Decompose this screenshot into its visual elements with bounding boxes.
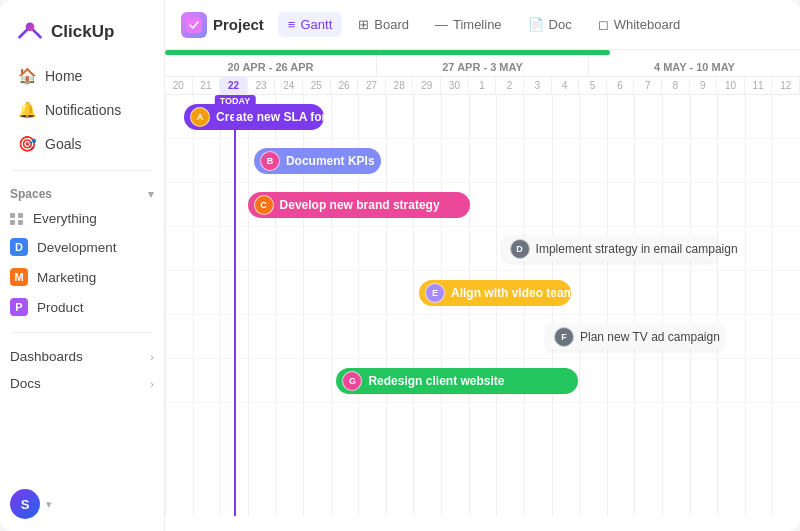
- date-day-22: 22: [220, 77, 248, 94]
- date-day-5: 5: [579, 77, 607, 94]
- task-bar-task7[interactable]: GRedesign client website: [336, 368, 577, 394]
- date-day-29: 29: [413, 77, 441, 94]
- task-avatar-task7: G: [342, 371, 362, 391]
- gantt-row-0: ACreate new SLA for client: [165, 95, 800, 139]
- sidebar-item-marketing[interactable]: M Marketing: [0, 262, 164, 292]
- date-day-12: 12: [772, 77, 800, 94]
- grid-icon: [10, 213, 24, 225]
- task-bar-task3[interactable]: CDevelop new brand strategy: [248, 192, 470, 218]
- avatar-dropdown-icon: ▾: [46, 498, 52, 511]
- task-label-task7: Redesign client website: [368, 374, 504, 388]
- svg-point-0: [26, 22, 35, 31]
- gantt-row-1: BDocument KPIs: [165, 139, 800, 183]
- sidebar-item-dashboards[interactable]: Dashboards ›: [0, 343, 164, 370]
- avatar[interactable]: S: [10, 489, 40, 519]
- board-label: Board: [374, 17, 409, 32]
- sidebar-item-development[interactable]: D Development: [0, 232, 164, 262]
- date-days-row: 2021222324252627282930123456789101112: [165, 77, 800, 95]
- user-avatar-row[interactable]: S ▾: [0, 481, 164, 519]
- marketing-label: Marketing: [37, 270, 96, 285]
- date-day-6: 6: [607, 77, 635, 94]
- date-day-9: 9: [690, 77, 718, 94]
- product-label: Product: [37, 300, 84, 315]
- everything-label: Everything: [33, 211, 97, 226]
- date-group-1: 20 APR - 26 APR: [165, 55, 377, 76]
- date-day-21: 21: [193, 77, 221, 94]
- gantt-row-4: EAlign with video team: [165, 271, 800, 315]
- dashboards-label: Dashboards: [10, 349, 83, 364]
- sidebar-item-goals[interactable]: 🎯 Goals: [8, 128, 156, 160]
- app-name: ClickUp: [51, 22, 114, 42]
- gantt-row-2: CDevelop new brand strategy: [165, 183, 800, 227]
- whiteboard-label: Whiteboard: [614, 17, 680, 32]
- sidebar-item-docs[interactable]: Docs ›: [0, 370, 164, 397]
- goals-icon: 🎯: [18, 135, 36, 153]
- development-label: Development: [37, 240, 117, 255]
- spaces-section-header[interactable]: Spaces ▾: [0, 181, 164, 205]
- tab-gantt[interactable]: ≡ Gantt: [278, 12, 342, 37]
- gantt-area: 20 APR - 26 APR 27 APR - 3 MAY 4 MAY - 1…: [165, 50, 800, 531]
- sidebar-item-notifications[interactable]: 🔔 Notifications: [8, 94, 156, 126]
- goals-label: Goals: [45, 136, 82, 152]
- date-day-7: 7: [634, 77, 662, 94]
- date-day-3: 3: [524, 77, 552, 94]
- task-bar-task5[interactable]: EAlign with video team: [419, 280, 571, 306]
- task-label-task6: Plan new TV ad campaign: [580, 330, 720, 344]
- task-avatar-task2: B: [260, 151, 280, 171]
- topbar: Project ≡ Gantt ⊞ Board — Timeline 📄 Doc…: [165, 0, 800, 50]
- task-bar-task2[interactable]: BDocument KPIs: [254, 148, 381, 174]
- tab-doc[interactable]: 📄 Doc: [518, 12, 582, 37]
- task-avatar-task6: F: [554, 327, 574, 347]
- sidebar-item-home[interactable]: 🏠 Home: [8, 60, 156, 92]
- date-day-2: 2: [496, 77, 524, 94]
- project-icon: [181, 12, 207, 38]
- tab-board[interactable]: ⊞ Board: [348, 12, 419, 37]
- date-day-25: 25: [303, 77, 331, 94]
- notifications-label: Notifications: [45, 102, 121, 118]
- date-day-28: 28: [386, 77, 414, 94]
- today-indicator: TODAY: [234, 95, 236, 516]
- task-avatar-task5: E: [425, 283, 445, 303]
- sidebar-item-everything[interactable]: Everything: [0, 205, 164, 232]
- sidebar-divider-1: [12, 170, 152, 171]
- gantt-row-5: FPlan new TV ad campaign: [165, 315, 800, 359]
- timeline-label: Timeline: [453, 17, 502, 32]
- task-bar-task1[interactable]: ACreate new SLA for client: [184, 104, 324, 130]
- gantt-row-6: GRedesign client website: [165, 359, 800, 403]
- sidebar-nav: 🏠 Home 🔔 Notifications 🎯 Goals: [0, 60, 164, 160]
- task-label-task5: Align with video team: [451, 286, 571, 300]
- task-avatar-task1: A: [190, 107, 210, 127]
- project-title: Project: [213, 16, 264, 33]
- task-avatar-task3: C: [254, 195, 274, 215]
- gantt-grid: TODAYACreate new SLA for clientBDocument…: [165, 95, 800, 516]
- date-day-26: 26: [331, 77, 359, 94]
- date-day-4: 4: [552, 77, 580, 94]
- home-label: Home: [45, 68, 82, 84]
- doc-label: Doc: [549, 17, 572, 32]
- tab-timeline[interactable]: — Timeline: [425, 12, 512, 37]
- date-day-10: 10: [717, 77, 745, 94]
- date-day-23: 23: [248, 77, 276, 94]
- date-day-20: 20: [165, 77, 193, 94]
- chevron-right-icon: ›: [150, 351, 154, 363]
- date-day-11: 11: [745, 77, 773, 94]
- date-group-3: 4 MAY - 10 MAY: [589, 55, 800, 76]
- sidebar-item-product[interactable]: P Product: [0, 292, 164, 322]
- svg-rect-1: [186, 17, 202, 33]
- sidebar-divider-2: [12, 332, 152, 333]
- clickup-logo-icon: [16, 18, 44, 46]
- tab-whiteboard[interactable]: ◻ Whiteboard: [588, 12, 690, 37]
- gantt-row-3: DImplement strategy in email campaign: [165, 227, 800, 271]
- today-label: TODAY: [215, 95, 256, 107]
- task-label-task2: Document KPIs: [286, 154, 375, 168]
- doc-icon: 📄: [528, 17, 544, 32]
- docs-label: Docs: [10, 376, 41, 391]
- timeline-icon: —: [435, 17, 448, 32]
- task-bar-task4[interactable]: DImplement strategy in email campaign: [502, 236, 718, 262]
- date-groups: 20 APR - 26 APR 27 APR - 3 MAY 4 MAY - 1…: [165, 55, 800, 77]
- task-bar-task6[interactable]: FPlan new TV ad campaign: [546, 324, 724, 350]
- whiteboard-icon: ◻: [598, 17, 609, 32]
- board-icon: ⊞: [358, 17, 369, 32]
- main-content: Project ≡ Gantt ⊞ Board — Timeline 📄 Doc…: [165, 0, 800, 531]
- logo[interactable]: ClickUp: [0, 12, 164, 60]
